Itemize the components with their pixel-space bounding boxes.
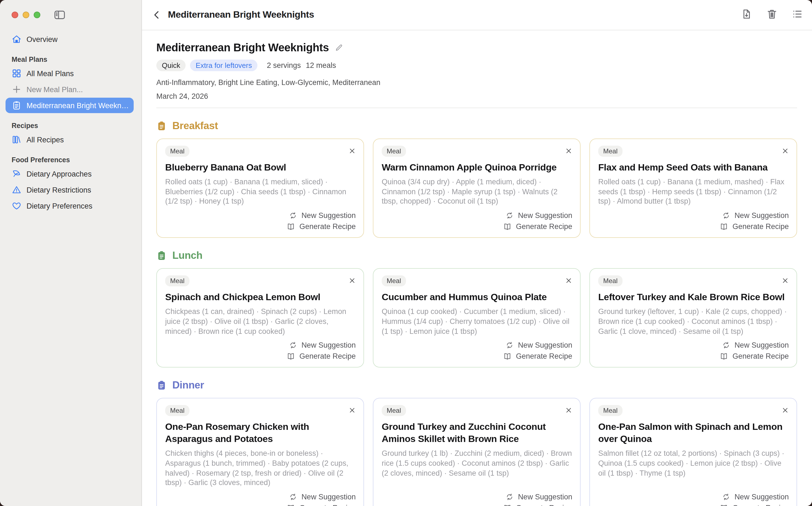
refresh-icon [289,212,297,220]
sidebar-section-header-food-preferences: Food Preferences [12,156,134,164]
meal-ingredients: Rolled oats (1 cup) · Banana (1 medium, … [598,177,789,206]
remove-meal-button[interactable] [565,277,572,284]
sidebar-item-dietary-approaches[interactable]: Dietary Approaches [5,166,134,181]
meal-section-header: Breakfast [156,120,797,132]
toolbar: Mediterranean Bright Weeknights [142,0,812,30]
new-suggestion-button[interactable]: New Suggestion [722,341,789,350]
meal-ingredients: Ground turkey (leftover, 1 cup) · Kale (… [598,307,789,336]
remove-meal-button[interactable] [782,147,789,155]
remove-meal-button[interactable] [782,277,789,284]
new-suggestion-label: New Suggestion [734,493,789,501]
new-suggestion-button[interactable]: New Suggestion [505,493,572,501]
plan-diet-tags: Anti-Inflammatory, Bright Line Eating, L… [156,78,797,87]
sidebar-item-new-meal-plan[interactable]: New Meal Plan... [5,82,134,97]
sidebar-item-dietary-restrictions[interactable]: Dietary Restrictions [5,182,134,197]
sidebar-item-label: All Meal Plans [26,69,74,78]
open-book-icon [287,222,295,231]
new-suggestion-label: New Suggestion [518,341,572,350]
sidebar-item-all-recipes[interactable]: All Recipes [5,132,134,147]
generate-recipe-button[interactable]: Generate Recipe [720,222,789,231]
sidebar-section-header-recipes: Recipes [12,122,134,130]
close-icon [565,408,572,416]
plan-content: Mediterranean Bright Weeknights QuickExt… [142,30,812,506]
meal-ingredients: Chickpeas (1 can, drained) · Spinach (2 … [165,307,356,336]
leaf-icon [12,169,21,179]
back-button[interactable] [151,9,162,20]
generate-recipe-label: Generate Recipe [299,352,356,361]
delete-button[interactable] [766,8,778,20]
generate-recipe-button[interactable]: Generate Recipe [720,352,789,361]
edit-title-button[interactable] [335,44,343,52]
meal-ingredients: Ground turkey (1 lb) · Zucchini (2 mediu… [382,449,572,478]
close-window-button[interactable] [12,11,18,18]
sidebar-item-label: Mediterranean Bright Weeknights [26,101,130,109]
meal-section-lunch: Lunch Meal Spinach and Chickpea Lemon Bo… [156,249,797,367]
sidebar-item-mediterranean-bright-weeknights[interactable]: Mediterranean Bright Weeknights [5,98,134,113]
plan-meta-row: QuickExtra for leftovers2 servings12 mea… [156,60,797,71]
clipboard-icon [156,250,167,261]
meal-title: Ground Turkey and Zucchini Coconut Amino… [382,421,572,445]
meal-title: Spinach and Chickpea Lemon Bowl [165,291,356,304]
remove-meal-button[interactable] [565,407,572,414]
new-suggestion-button[interactable]: New Suggestion [289,493,356,501]
meal-ingredients: Quinoa (3/4 cup dry) · Apple (1 medium, … [382,177,572,206]
meal-grid: Meal Blueberry Banana Oat Bowl Rolled oa… [156,139,797,238]
new-suggestion-button[interactable]: New Suggestion [505,212,572,220]
meal-section-title: Breakfast [172,120,218,132]
generate-recipe-label: Generate Recipe [516,352,572,361]
meal-title: Cucumber and Hummus Quinoa Plate [382,291,572,304]
minimize-window-button[interactable] [23,11,29,18]
sidebar-item-all-meal-plans[interactable]: All Meal Plans [5,66,134,81]
meal-title: Flax and Hemp Seed Oats with Banana [598,162,789,174]
open-book-icon [287,352,295,361]
clipboard-icon [156,380,167,391]
sidebar-item-overview[interactable]: Overview [5,31,134,47]
meal-card: Meal Spinach and Chickpea Lemon Bowl Chi… [156,268,364,367]
open-book-icon [720,222,728,231]
close-icon [349,277,356,286]
meal-title: Warm Cinnamon Apple Quinoa Porridge [382,162,572,174]
meal-section-title: Lunch [172,249,202,262]
remove-meal-button[interactable] [565,147,572,155]
clipboard-icon [12,100,21,110]
export-icon [741,13,752,21]
generate-recipe-button[interactable]: Generate Recipe [503,222,572,231]
export-button[interactable] [741,8,752,20]
open-book-icon [720,504,728,506]
generate-recipe-button[interactable]: Generate Recipe [720,504,789,506]
generate-recipe-label: Generate Recipe [299,504,356,506]
sidebar-item-label: Dietary Approaches [26,170,92,178]
new-suggestion-button[interactable]: New Suggestion [722,212,789,220]
generate-recipe-button[interactable]: Generate Recipe [287,352,356,361]
zoom-window-button[interactable] [34,11,40,18]
generate-recipe-button[interactable]: Generate Recipe [287,222,356,231]
meal-grid: Meal Spinach and Chickpea Lemon Bowl Chi… [156,268,797,367]
list-view-button[interactable] [792,8,803,20]
remove-meal-button[interactable] [349,407,356,414]
close-icon [782,408,789,416]
open-book-icon [720,352,728,361]
meal-section-title: Dinner [172,380,204,392]
generate-recipe-label: Generate Recipe [516,504,572,506]
toolbar-title: Mediterranean Bright Weeknights [168,9,314,20]
new-suggestion-button[interactable]: New Suggestion [722,493,789,501]
remove-meal-button[interactable] [782,407,789,414]
new-suggestion-button[interactable]: New Suggestion [289,341,356,350]
meal-section-breakfast: Breakfast Meal Blueberry Banana Oat Bowl… [156,120,797,238]
remove-meal-button[interactable] [349,147,356,155]
generate-recipe-button[interactable]: Generate Recipe [503,352,572,361]
sidebar-toggle-icon[interactable] [54,9,66,20]
meal-badge: Meal [382,405,406,416]
generate-recipe-button[interactable]: Generate Recipe [287,504,356,506]
remove-meal-button[interactable] [349,277,356,284]
generate-recipe-button[interactable]: Generate Recipe [503,504,572,506]
new-suggestion-button[interactable]: New Suggestion [289,212,356,220]
meal-badge: Meal [598,146,622,157]
plus-icon [12,84,21,94]
meal-title: One-Pan Rosemary Chicken with Asparagus … [165,421,356,445]
meal-ingredients: Chicken thighs (4 pieces, bone-in or bon… [165,449,356,488]
new-suggestion-button[interactable]: New Suggestion [505,341,572,350]
generate-recipe-label: Generate Recipe [516,222,572,231]
meal-ingredients: Salmon fillet (12 oz total, 2 portions) … [598,449,789,478]
sidebar-item-dietary-preferences[interactable]: Dietary Preferences [5,198,134,214]
